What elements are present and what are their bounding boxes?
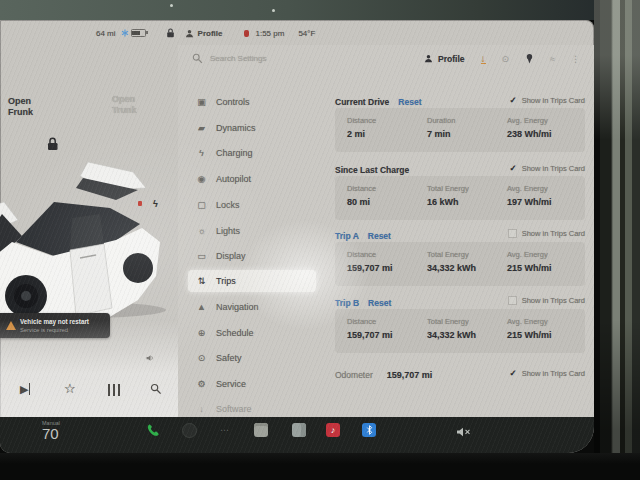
sidebar-item-controls[interactable]: ▣Controls: [188, 91, 316, 113]
search-input[interactable]: Search Settings: [192, 53, 266, 64]
mute-icon[interactable]: [456, 427, 472, 437]
next-track-icon[interactable]: ▶: [20, 383, 30, 395]
equalizer-icon[interactable]: [108, 384, 120, 396]
notification-icon[interactable]: [244, 30, 249, 37]
reset-link[interactable]: Reset: [368, 231, 391, 241]
software-icon: ↓: [196, 404, 207, 414]
app-icon-energy[interactable]: [292, 423, 306, 437]
climate-temperature: 70: [42, 426, 60, 442]
autopilot-icon: ◉: [196, 174, 207, 184]
vehicle-visualization: [0, 150, 173, 320]
odometer-value: 159,707 mi: [387, 370, 433, 380]
taillight-indicator: [138, 201, 142, 206]
show-in-trips-toggle[interactable]: ✓ Show in Trips Card: [510, 95, 585, 105]
outside-temperature: 54°F: [298, 29, 315, 38]
photo-background-top: [0, 0, 640, 20]
sidebar-item-autopilot[interactable]: ◉Autopilot: [188, 168, 316, 190]
profile-icon: [185, 29, 194, 38]
trip-stats-card: Distance2 mi Duration7 min Avg. Energy23…: [335, 108, 585, 152]
sidebar-item-locks[interactable]: ▢Locks: [188, 194, 316, 216]
section-title: Since Last Charge: [335, 165, 409, 175]
app-icon-bluetooth[interactable]: [362, 423, 376, 437]
photo-background-right-shade: [594, 0, 640, 480]
media-player-area: [0, 320, 178, 417]
search-icon: [192, 53, 203, 64]
checkbox-checked-icon: ✓: [510, 95, 517, 105]
wifi-icon[interactable]: ⊙: [502, 54, 510, 64]
settings-panel: Search Settings Profile ↓ ⊙ ≈ ⋮ ▣Control…: [178, 45, 594, 425]
screen-bezel-bottom: [0, 453, 640, 480]
search-placeholder: Search Settings: [210, 54, 266, 63]
sidebar-item-display[interactable]: ▭Display: [188, 245, 316, 267]
lock-icon: [166, 28, 175, 38]
sidebar-item-schedule[interactable]: ⊕Schedule: [188, 322, 316, 344]
clock: 1:55 pm: [255, 29, 284, 38]
odometer-row: Odometer 159,707 mi ✓ Show in Trips Card: [335, 368, 585, 382]
open-trunk-button[interactable]: Open Trunk: [112, 94, 137, 115]
sidebar-item-charging[interactable]: ϟCharging: [188, 142, 316, 164]
climate-control[interactable]: Manual 70: [42, 420, 60, 442]
sidebar-item-safety[interactable]: ⊙Safety: [188, 347, 316, 369]
trips-icon: ⇅: [196, 276, 207, 286]
tesla-touchscreen: 64 mi Profile 1:55 pm 54°F Open Frunk Op…: [0, 20, 594, 453]
lights-icon: ☼: [196, 226, 207, 236]
checkbox-checked-icon: ✓: [510, 368, 517, 378]
volume-icon[interactable]: [146, 354, 155, 362]
section-header-trip-a: Trip A Reset Show in Trips Card: [335, 229, 585, 243]
show-in-trips-toggle[interactable]: Show in Trips Card: [508, 229, 585, 238]
checkbox-unchecked-icon: [508, 229, 517, 238]
media-search-icon[interactable]: [150, 383, 162, 395]
trip-stats-card: Distance80 mi Total Energy16 kWh Avg. En…: [335, 176, 585, 220]
checkbox-checked-icon: ✓: [510, 163, 517, 173]
software-update-icon[interactable]: ↓: [481, 54, 486, 64]
dust-speck: [272, 9, 275, 12]
trip-stats-card: Distance159,707 mi Total Energy34,332 kW…: [335, 242, 585, 286]
reset-link[interactable]: Reset: [398, 97, 421, 107]
cellular-icon[interactable]: ≈: [550, 54, 555, 64]
pin-icon[interactable]: [525, 53, 534, 64]
display-icon: ▭: [196, 251, 207, 261]
sidebar-item-navigation[interactable]: ▲Navigation: [188, 296, 316, 318]
reset-link[interactable]: Reset: [368, 298, 391, 308]
status-profile-button[interactable]: Profile: [198, 29, 223, 38]
checkbox-unchecked-icon: [508, 296, 517, 305]
show-in-trips-toggle[interactable]: ✓ Show in Trips Card: [510, 163, 585, 173]
more-apps-icon[interactable]: ⋯: [220, 425, 230, 435]
sidebar-item-dynamics[interactable]: ▰Dynamics: [188, 117, 316, 139]
section-header-current-drive: Current Drive Reset ✓ Show in Trips Card: [335, 95, 585, 109]
more-status-icon[interactable]: ⋮: [571, 54, 580, 64]
section-title: Trip A: [335, 231, 359, 241]
show-in-trips-toggle[interactable]: ✓ Show in Trips Card: [510, 368, 585, 378]
controls-icon: ▣: [196, 97, 207, 107]
locks-icon: ▢: [196, 200, 207, 210]
section-header-since-last-charge: Since Last Charge ✓ Show in Trips Card: [335, 163, 585, 177]
profile-tab[interactable]: Profile: [424, 54, 464, 64]
snowflake-icon: [121, 29, 129, 37]
sidebar-item-service[interactable]: ⚙Service: [188, 373, 316, 395]
charging-icon: ϟ: [196, 148, 207, 158]
vehicle-lock-icon[interactable]: [46, 137, 59, 151]
status-bar: 64 mi Profile 1:55 pm 54°F: [96, 26, 315, 40]
charge-port-icon[interactable]: ϟ: [153, 199, 158, 209]
service-icon: ⚙: [196, 379, 207, 389]
favorite-icon[interactable]: ☆: [64, 382, 76, 396]
open-frunk-button[interactable]: Open Frunk: [8, 96, 33, 117]
navigation-icon: ▲: [196, 302, 207, 312]
safety-icon: ⊙: [196, 353, 207, 363]
schedule-icon: ⊕: [196, 328, 207, 338]
phone-icon[interactable]: [146, 423, 161, 438]
sidebar-item-lights[interactable]: ☼Lights: [188, 220, 316, 242]
dust-speck: [170, 4, 173, 7]
section-header-trip-b: Trip B Reset Show in Trips Card: [335, 296, 585, 310]
trip-stats-card: Distance159,707 mi Total Energy34,332 kW…: [335, 309, 585, 353]
app-icon-music[interactable]: ♪: [326, 423, 340, 437]
launcher-bar: Manual 70 ⋯ ♪: [0, 417, 594, 453]
app-icon-calendar[interactable]: [254, 423, 268, 437]
dashcam-icon[interactable]: [182, 423, 197, 438]
battery-range: 64 mi: [96, 29, 116, 38]
section-title: Current Drive: [335, 97, 389, 107]
sidebar-item-trips[interactable]: ⇅Trips: [188, 270, 316, 292]
show-in-trips-toggle[interactable]: Show in Trips Card: [508, 296, 585, 305]
battery-icon: [131, 29, 146, 37]
dynamics-icon: ▰: [196, 123, 207, 133]
